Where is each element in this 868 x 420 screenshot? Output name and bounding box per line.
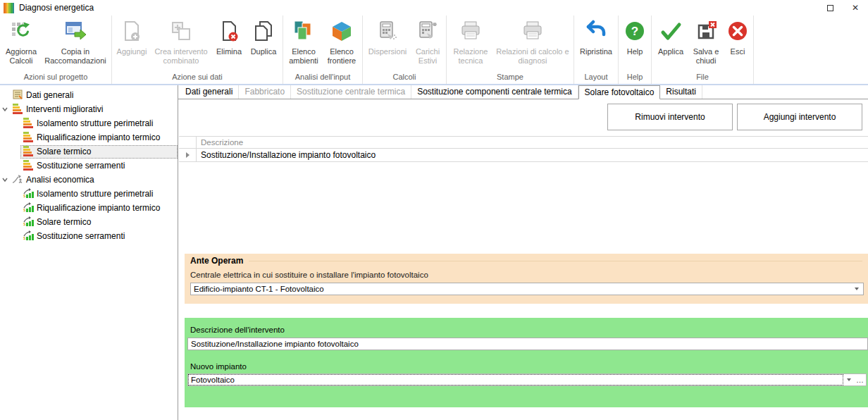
- app-window: Diagnosi energetica ✕ Aggiorna Calcoli C…: [0, 0, 868, 420]
- tree-item-label: Sostituzione serramenti: [37, 231, 125, 241]
- intervento-buttons: Rimuovi intervento Aggiungi intervento: [607, 104, 862, 130]
- ribbon-button-aggiungi[interactable]: Aggiungi: [114, 16, 149, 56]
- combine-icon: [170, 20, 192, 45]
- green-chart-icon: $: [23, 230, 34, 243]
- ribbon-button-label: Elimina: [216, 47, 242, 56]
- calculator-sun-icon: [416, 20, 439, 45]
- tree-item-label: Interventi migliorativi: [26, 104, 103, 114]
- tree-item-economia-isolamento[interactable]: $ Isolamento strutture perimetrali: [0, 187, 178, 201]
- ribbon-button-label: Esci: [731, 47, 745, 56]
- tree-item-interventi-migliorativi[interactable]: Interventi migliorativi: [0, 102, 178, 116]
- green-chart-icon: $: [23, 187, 34, 201]
- tree-item-analisi-economica[interactable]: Analisi economica: [0, 173, 178, 187]
- ribbon-button-label: Applica: [658, 47, 683, 56]
- printer-icon: [521, 20, 544, 45]
- ellipsis-button[interactable]: …: [854, 374, 866, 385]
- intervento-panel: Descrizione dell'intervento Nuovo impian…: [185, 318, 868, 407]
- ante-operam-title: Ante Operam: [190, 256, 243, 266]
- ribbon-group-help: ? Help Help: [619, 16, 652, 84]
- title-bar: Diagnosi energetica ✕: [0, 0, 868, 16]
- tree-item-economia-solare-termico[interactable]: $ Solare termico: [0, 215, 178, 229]
- ribbon-group-name: Stampe: [449, 72, 571, 84]
- tree-item-label: Isolamento strutture perimetrali: [37, 118, 153, 128]
- ribbon-button-esci[interactable]: Esci: [724, 16, 751, 56]
- add-page-icon: [120, 20, 143, 45]
- tab-bar: Dati generali Fabbricato Sostituzione ce…: [178, 85, 868, 99]
- ribbon-button-applica[interactable]: Applica: [654, 16, 688, 56]
- tree-item-economia-riqualificazione[interactable]: $ Riqualificazione impianto termico: [0, 201, 178, 215]
- centrale-elettrica-dropdown[interactable]: Edificio-impianto CT-1 - Fotovoltaico: [190, 283, 864, 295]
- expander-icon[interactable]: [0, 106, 10, 113]
- tree-item-riqualificazione-impianto[interactable]: Riqualificazione impianto termico: [0, 130, 178, 144]
- ribbon-button-label: Relazioni di calcolo e diagnosi: [494, 47, 571, 66]
- ribbon-button-ripristina[interactable]: Ripristina: [576, 16, 616, 56]
- ribbon-button-dispersioni[interactable]: Dispersioni: [365, 16, 410, 56]
- chevron-down-icon[interactable]: [843, 374, 854, 385]
- ribbon-button-label: Crea intervento combinato: [151, 47, 211, 66]
- energy-label-icon: [23, 131, 34, 144]
- ribbon-button-label: Help: [627, 47, 643, 56]
- ribbon-button-carichi-estivi[interactable]: Carichi Estivi: [411, 16, 444, 66]
- close-button[interactable]: ✕: [843, 0, 868, 16]
- ribbon-button-elenco-ambienti[interactable]: Elenco ambienti: [285, 16, 322, 66]
- tab-sostituzione-centrale-termica[interactable]: Sostituzione centrale termica: [291, 85, 411, 99]
- green-chart-icon: $: [23, 202, 34, 215]
- nuovo-impianto-label: Nuovo impianto: [190, 362, 247, 371]
- check-icon: [659, 20, 682, 45]
- tree-item-dati-generali[interactable]: Dati generali: [0, 88, 178, 102]
- ribbon-group-layout: Ripristina Layout: [574, 16, 619, 84]
- ribbon-button-help[interactable]: ? Help: [621, 16, 649, 56]
- ribbon-button-elimina[interactable]: Elimina: [213, 16, 245, 56]
- tree-item-solare-termico[interactable]: Solare termico: [0, 144, 178, 159]
- tab-risultati[interactable]: Risultati: [660, 85, 702, 99]
- tab-dati-generali[interactable]: Dati generali: [180, 85, 239, 99]
- ribbon-group-name: Azioni sul progetto: [2, 72, 109, 84]
- ribbon-button-label: Aggiorna Calcoli: [2, 47, 40, 66]
- ribbon-button-label: Relazione tecnica: [449, 47, 492, 66]
- descrizione-intervento-input[interactable]: [187, 338, 868, 350]
- svg-text:$: $: [23, 194, 26, 198]
- cube-icon: [330, 20, 353, 45]
- ribbon-button-duplica[interactable]: Duplica: [247, 16, 280, 56]
- aggiungi-intervento-button[interactable]: Aggiungi intervento: [737, 104, 862, 130]
- ribbon-button-copia-in-raccomandazioni[interactable]: Copia in Raccomandazioni: [42, 16, 109, 66]
- undo-icon: [585, 20, 607, 45]
- refresh-grid-icon: [10, 20, 32, 45]
- tab-fabbricato[interactable]: Fabbricato: [239, 85, 291, 99]
- tree-item-economia-sostituzione-serramenti[interactable]: $ Sostituzione serramenti: [0, 229, 178, 243]
- ribbon-button-relazione-tecnica[interactable]: Relazione tecnica: [449, 16, 492, 66]
- ribbon-button-label: Salva e chiudi: [689, 47, 723, 66]
- ribbon-button-relazioni-calcolo-diagnosi[interactable]: Relazioni di calcolo e diagnosi: [494, 16, 571, 66]
- nuovo-impianto-dropdown[interactable]: Fotovoltaico …: [187, 373, 867, 386]
- expander-icon[interactable]: [0, 176, 10, 183]
- copy-arrow-icon: [64, 20, 87, 45]
- window-title: Diagnosi energetica: [19, 3, 94, 13]
- tab-solare-fotovoltaico[interactable]: Solare fotovoltaico: [578, 85, 661, 99]
- ribbon-group-azioni-sul-progetto: Aggiorna Calcoli Copia in Raccomandazion…: [0, 16, 112, 84]
- close-icon: ✕: [852, 3, 859, 13]
- ribbon-group-name: Calcoli: [365, 72, 444, 84]
- ribbon-button-label: Carichi Estivi: [411, 47, 444, 66]
- ribbon-button-salva-e-chiudi[interactable]: Salva e chiudi: [689, 16, 723, 66]
- ribbon-button-aggiorna-calcoli[interactable]: Aggiorna Calcoli: [2, 16, 40, 66]
- rimuovi-intervento-button[interactable]: Rimuovi intervento: [607, 104, 733, 130]
- row-expander-icon[interactable]: [186, 152, 190, 158]
- ribbon-button-crea-intervento-combinato[interactable]: Crea intervento combinato: [151, 16, 211, 66]
- maximize-button[interactable]: [817, 0, 843, 16]
- delete-page-icon: [218, 20, 240, 45]
- ribbon-button-elenco-frontiere[interactable]: Elenco frontiere: [323, 16, 360, 66]
- chevron-down-icon[interactable]: [855, 288, 859, 290]
- grid-row[interactable]: Sostituzione/Installazione impianto foto…: [179, 149, 868, 162]
- ribbon-button-label: Dispersioni: [368, 47, 407, 56]
- tree-item-label: Sostituzione serramenti: [37, 161, 125, 171]
- grid-cell-descrizione: Sostituzione/Installazione impianto foto…: [197, 150, 376, 160]
- tree-item-sostituzione-serramenti[interactable]: Sostituzione serramenti: [0, 159, 178, 173]
- tree-item-isolamento-strutture[interactable]: Isolamento strutture perimetrali: [0, 116, 178, 130]
- grid-column-header[interactable]: Descrizione: [197, 138, 243, 147]
- calculator-spray-icon: [376, 20, 399, 45]
- svg-text:$: $: [23, 222, 26, 226]
- centrale-elettrica-label: Centrale elettrica in cui sostituire o i…: [185, 266, 868, 279]
- energy-label-icon: [23, 159, 34, 173]
- svg-text:?: ?: [631, 25, 638, 38]
- tab-sostituzione-componenti-centrale-termica[interactable]: Sostituzione componenti centrale termica: [411, 85, 578, 99]
